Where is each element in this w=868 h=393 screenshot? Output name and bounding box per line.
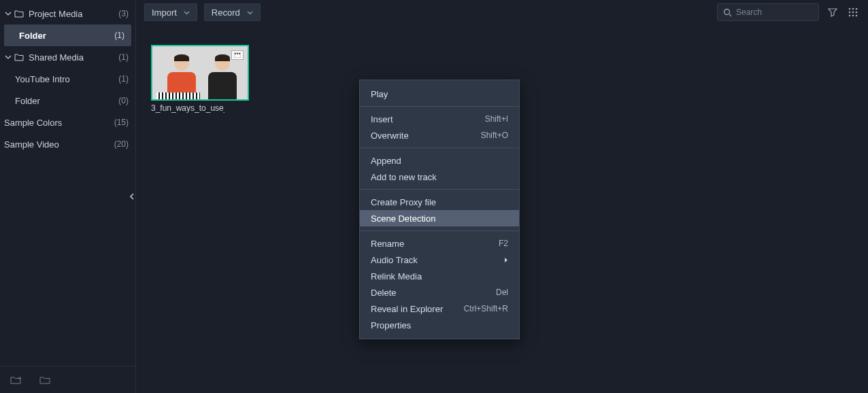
chevron-right-icon bbox=[501, 257, 508, 263]
svg-point-8 bbox=[852, 15, 854, 17]
menu-item-label: Overwrite bbox=[371, 131, 481, 141]
menu-item-append[interactable]: Append bbox=[360, 152, 519, 169]
tree-item-count: (1) bbox=[114, 31, 124, 40]
new-folder-plus-icon[interactable] bbox=[10, 373, 23, 387]
tree-item-label: Sample Colors bbox=[4, 118, 114, 128]
menu-item-shortcut: Shift+O bbox=[481, 131, 508, 140]
chevron-down-icon bbox=[184, 10, 190, 16]
menu-item-properties[interactable]: Properties bbox=[360, 317, 519, 333]
tree-item-sample-video[interactable]: Sample Video (20) bbox=[0, 133, 135, 155]
media-tree: Project Media (3) Folder (1) Shared Medi… bbox=[0, 0, 135, 366]
search-icon bbox=[723, 8, 732, 17]
menu-item-label: Create Proxy file bbox=[371, 197, 508, 207]
menu-item-shortcut: Ctrl+Shift+R bbox=[464, 304, 508, 313]
menu-separator bbox=[360, 106, 519, 107]
chevron-down-icon bbox=[4, 10, 12, 18]
menu-item-reveal-explorer[interactable]: Reveal in Explorer Ctrl+Shift+R bbox=[360, 301, 519, 317]
menu-item-label: Append bbox=[371, 156, 508, 166]
menu-item-label: Rename bbox=[371, 239, 499, 249]
svg-point-6 bbox=[856, 12, 858, 14]
menu-item-play[interactable]: Play bbox=[360, 86, 519, 102]
thumbnail-image bbox=[151, 45, 249, 101]
folder-icon bbox=[14, 52, 24, 63]
svg-point-1 bbox=[849, 8, 851, 10]
context-menu: Play Insert Shift+I Overwrite Shift+O Ap… bbox=[359, 80, 520, 339]
svg-point-2 bbox=[852, 8, 854, 10]
menu-separator bbox=[360, 189, 519, 190]
menu-item-audio-track[interactable]: Audio Track bbox=[360, 252, 519, 268]
tree-item-label: YouTube Intro bbox=[15, 74, 118, 84]
menu-separator bbox=[360, 230, 519, 231]
svg-point-5 bbox=[852, 12, 854, 14]
search-box[interactable] bbox=[717, 3, 819, 21]
svg-rect-13 bbox=[239, 53, 240, 54]
tree-item-label: Shared Media bbox=[29, 52, 118, 63]
tree-item-project-media[interactable]: Project Media (3) bbox=[0, 3, 135, 24]
tree-item-count: (20) bbox=[114, 139, 129, 149]
sidebar-footer bbox=[0, 366, 135, 393]
tree-item-shared-media[interactable]: Shared Media (1) bbox=[0, 46, 135, 68]
sidebar-collapse-handle[interactable] bbox=[127, 190, 137, 203]
svg-rect-12 bbox=[237, 53, 238, 54]
tree-item-folder-selected[interactable]: Folder (1) bbox=[4, 24, 131, 46]
search-input[interactable] bbox=[736, 7, 813, 17]
grid-view-icon[interactable] bbox=[846, 5, 860, 19]
menu-item-label: Scene Detection bbox=[371, 213, 508, 224]
button-label: Record bbox=[212, 7, 240, 18]
menu-item-overwrite[interactable]: Overwrite Shift+O bbox=[360, 127, 519, 143]
chevron-down-icon bbox=[247, 10, 253, 16]
menu-item-label: Audio Track bbox=[371, 255, 501, 265]
folder-icon bbox=[14, 8, 24, 19]
menu-item-label: Add to new track bbox=[371, 172, 508, 182]
menu-item-shortcut: Del bbox=[496, 288, 508, 297]
menu-item-shortcut: Shift+I bbox=[485, 114, 508, 124]
thumbnail-caption: 3_fun_ways_to_use_ bbox=[151, 103, 224, 113]
tree-item-label: Folder bbox=[19, 31, 114, 41]
menu-item-shortcut: F2 bbox=[499, 239, 508, 248]
svg-point-3 bbox=[856, 8, 858, 10]
filter-icon[interactable] bbox=[826, 5, 839, 19]
tree-item-label: Sample Video bbox=[4, 139, 114, 150]
svg-rect-11 bbox=[235, 53, 236, 54]
menu-item-create-proxy[interactable]: Create Proxy file bbox=[360, 194, 519, 210]
tree-item-count: (3) bbox=[118, 9, 129, 18]
menu-item-add-track[interactable]: Add to new track bbox=[360, 169, 519, 185]
tree-item-label: Project Media bbox=[29, 9, 118, 19]
sidebar: Project Media (3) Folder (1) Shared Medi… bbox=[0, 0, 136, 393]
menu-item-label: Insert bbox=[371, 114, 485, 124]
clip-badge-icon bbox=[231, 50, 244, 60]
menu-item-label: Play bbox=[371, 89, 508, 99]
import-button[interactable]: Import bbox=[144, 3, 197, 21]
menu-item-label: Properties bbox=[371, 320, 508, 330]
tree-item-youtube-intro[interactable]: YouTube Intro (1) bbox=[0, 68, 135, 90]
tree-item-count: (15) bbox=[114, 118, 129, 127]
main-panel: Import Record bbox=[136, 0, 868, 393]
menu-item-scene-detection[interactable]: Scene Detection bbox=[360, 210, 519, 226]
menu-item-rename[interactable]: Rename F2 bbox=[360, 235, 519, 252]
media-thumbnail[interactable]: 3_fun_ways_to_use_ bbox=[151, 45, 249, 113]
tree-item-folder-empty[interactable]: Folder (0) bbox=[0, 90, 135, 112]
menu-item-insert[interactable]: Insert Shift+I bbox=[360, 111, 519, 127]
menu-separator bbox=[360, 148, 519, 148]
button-label: Import bbox=[152, 7, 177, 18]
tree-item-label: Folder bbox=[15, 96, 118, 106]
folder-icon[interactable] bbox=[38, 373, 52, 387]
svg-point-4 bbox=[849, 12, 851, 14]
svg-point-7 bbox=[849, 15, 851, 17]
toolbar: Import Record bbox=[136, 0, 868, 24]
app-root: Project Media (3) Folder (1) Shared Medi… bbox=[0, 0, 868, 393]
menu-item-delete[interactable]: Delete Del bbox=[360, 284, 519, 301]
menu-item-relink-media[interactable]: Relink Media bbox=[360, 268, 519, 284]
menu-item-label: Relink Media bbox=[371, 271, 508, 281]
chevron-down-icon bbox=[4, 53, 12, 61]
tree-item-count: (1) bbox=[118, 52, 129, 62]
record-button[interactable]: Record bbox=[204, 3, 261, 21]
tree-item-count: (1) bbox=[118, 74, 129, 84]
menu-item-label: Delete bbox=[371, 288, 496, 298]
svg-point-0 bbox=[724, 9, 730, 14]
tree-item-count: (0) bbox=[118, 96, 129, 105]
svg-point-9 bbox=[856, 15, 858, 17]
tree-item-sample-colors[interactable]: Sample Colors (15) bbox=[0, 112, 135, 133]
menu-item-label: Reveal in Explorer bbox=[371, 304, 464, 314]
